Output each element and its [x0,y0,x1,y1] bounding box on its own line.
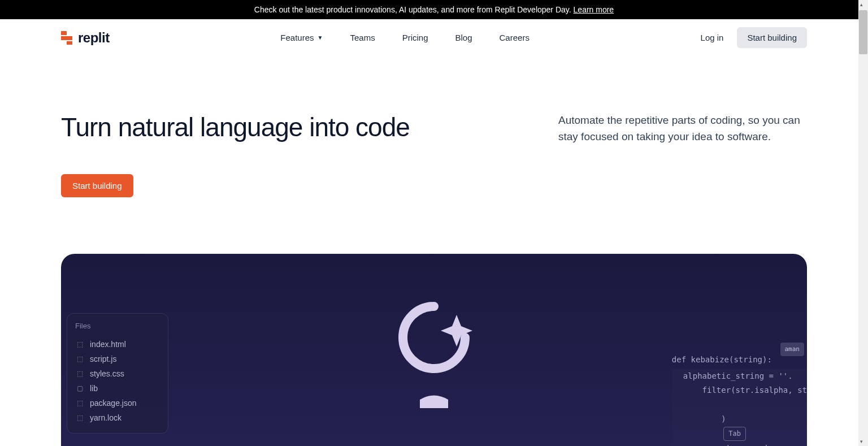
file-item[interactable]: ⬚ script.js [75,352,160,366]
scroll-down-arrow-icon[interactable]: ▾ [860,439,866,444]
code-author-badge: aman [780,343,805,356]
announcement-text: Check out the latest product innovations… [254,5,574,14]
css-file-icon: ⬚ [75,369,84,378]
replit-logo-icon [61,31,73,45]
file-item[interactable]: ⬚ index.html [75,337,160,352]
code-suggestion-block: alphabetic_string = ''. filter(str.isalp… [672,369,807,446]
code-suggestion-panel: aman def kebabize(string): alphabetic_st… [672,353,807,446]
file-item[interactable]: ⬚ yarn.lock [75,410,160,425]
header: replit Features ▼ Teams Pricing Blog Car… [0,19,868,56]
scroll-up-arrow-icon[interactable]: ▴ [860,2,866,7]
login-link[interactable]: Log in [701,33,724,42]
svg-rect-2 [67,41,72,45]
files-panel: Files ⬚ index.html ⬚ script.js ⬚ styles.… [67,313,168,434]
header-actions: Log in Start building [701,27,807,48]
code-line: alphabetic_string = ''. [683,369,807,383]
file-item[interactable]: ⬚ package.json [75,396,160,410]
start-building-hero-button[interactable]: Start building [61,174,133,197]
showcase-panel: Files ⬚ index.html ⬚ script.js ⬚ styles.… [61,254,807,446]
folder-icon: ▢ [75,384,84,393]
start-building-header-button[interactable]: Start building [737,27,807,48]
file-name: script.js [90,354,116,363]
file-name: index.html [90,340,126,349]
file-item[interactable]: ▢ lib [75,381,160,396]
js-file-icon: ⬚ [75,354,84,363]
hero-subtitle: Automate the repetitive parts of coding,… [558,112,807,145]
file-name: styles.css [90,369,124,378]
svg-rect-0 [61,31,67,35]
chevron-down-icon: ▼ [318,34,323,41]
nav-features-label: Features [280,33,314,42]
lock-file-icon: ⬚ [75,413,84,422]
announcement-link[interactable]: Learn more [574,5,614,14]
nav-careers[interactable]: Careers [500,33,530,42]
nav-pricing[interactable]: Pricing [402,33,428,42]
nav-teams[interactable]: Teams [350,33,375,42]
files-title: Files [75,322,160,330]
code-text: to accept [721,443,769,446]
main-nav: Features ▼ Teams Pricing Blog Careers [280,33,530,42]
code-line: filter(str.isalpha, st [683,383,807,397]
code-text: ) [721,414,726,423]
scrollbar[interactable]: ▴ ▾ [858,0,868,446]
json-file-icon: ⬚ [75,399,84,408]
hero-right: Automate the repetitive parts of coding,… [558,112,807,197]
file-name: lib [90,384,98,393]
file-name: package.json [90,399,137,408]
ai-sparkle-icon [394,301,474,416]
announcement-bar: Check out the latest product innovations… [0,0,868,19]
nav-blog[interactable]: Blog [455,33,472,42]
nav-features[interactable]: Features ▼ [280,33,323,42]
html-file-icon: ⬚ [75,340,84,349]
hero-left: Turn natural language into code Start bu… [61,112,513,197]
code-line: ) Tab to accept [683,397,807,446]
svg-rect-1 [61,36,72,40]
logo-text: replit [78,30,110,46]
file-item[interactable]: ⬚ styles.css [75,366,160,381]
file-name: yarn.lock [90,413,121,422]
scrollbar-thumb[interactable] [859,10,867,54]
logo[interactable]: replit [61,30,110,46]
hero-title: Turn natural language into code [61,112,513,142]
hero-section: Turn natural language into code Start bu… [0,56,868,231]
tab-key-hint: Tab [723,427,746,441]
